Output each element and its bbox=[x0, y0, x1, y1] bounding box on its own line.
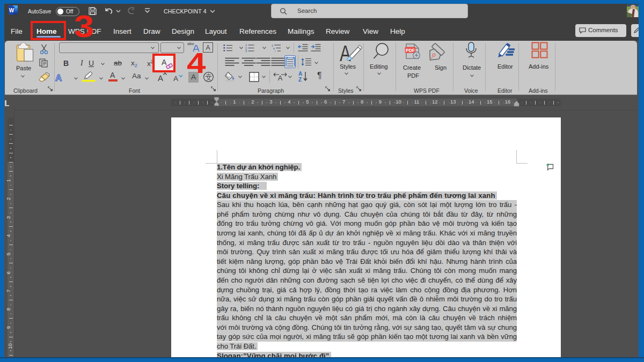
svg-text:PDF: PDF bbox=[406, 48, 415, 53]
svg-text:3: 3 bbox=[245, 49, 247, 52]
svg-text:A: A bbox=[278, 74, 283, 82]
svg-text:i: i bbox=[275, 49, 275, 52]
svg-text:W: W bbox=[9, 8, 14, 13]
svg-text:A: A bbox=[173, 75, 178, 83]
svg-text:Z: Z bbox=[298, 77, 302, 82]
svg-text:A: A bbox=[298, 71, 302, 77]
svg-text:A: A bbox=[55, 73, 62, 82]
svg-text:A: A bbox=[158, 73, 163, 83]
